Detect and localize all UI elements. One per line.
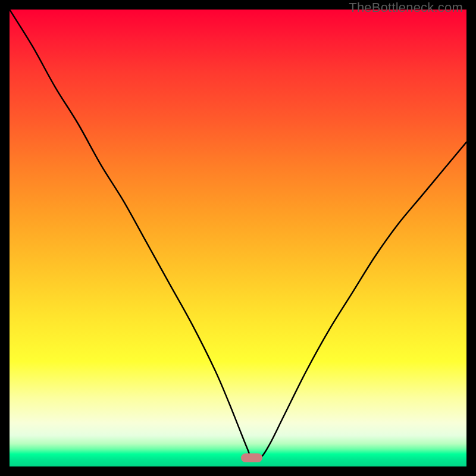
chart-frame: TheBottleneck.com [0,0,476,476]
bottleneck-curve [10,10,466,466]
watermark-text: TheBottleneck.com [349,0,463,15]
optimum-marker [241,453,263,462]
plot-area [10,10,466,466]
